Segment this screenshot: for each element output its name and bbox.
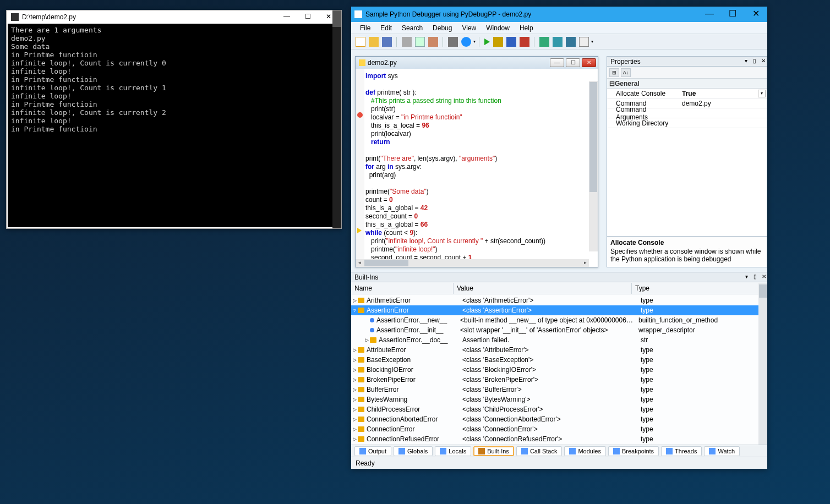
builtins-row[interactable]: ▷BrokenPipeError<class 'BrokenPipeError'… [351, 375, 758, 385]
breakpoint-icon[interactable] [357, 112, 363, 118]
expand-icon[interactable]: ▷ [351, 347, 358, 353]
property-row[interactable]: Allocate ConsoleTrue▾ [607, 89, 767, 98]
expand-icon[interactable]: ▷ [351, 407, 358, 412]
copy-icon[interactable] [415, 37, 425, 47]
debugger-maximize-button[interactable]: ☐ [721, 7, 744, 22]
builtins-row[interactable]: ▿AssertionError<class 'AssertionError'>t… [351, 305, 758, 315]
editor-close-button[interactable]: ✕ [582, 58, 596, 67]
expand-icon[interactable]: ▷ [351, 426, 358, 432]
collapse-icon[interactable]: ⊟ [609, 80, 615, 87]
tab-breakpoints[interactable]: Breakpoints [608, 446, 659, 456]
categorize-icon[interactable]: ⊞ [609, 68, 619, 77]
property-value[interactable]: demo2.py [679, 100, 767, 107]
menu-debug[interactable]: Debug [428, 23, 456, 33]
code-editor[interactable]: import sys def printme( str ): #This pri… [356, 69, 598, 259]
menu-help[interactable]: Help [515, 23, 538, 33]
console-output[interactable]: There are 1 arguments demo2.py Some data… [8, 24, 340, 227]
open-file-icon[interactable] [369, 37, 379, 47]
step-out-icon[interactable] [566, 37, 576, 47]
panel-dropdown-icon[interactable]: ▾ [742, 58, 749, 65]
menu-search[interactable]: Search [397, 23, 427, 33]
code-vscroll-thumb[interactable] [589, 82, 597, 192]
dropdown-icon[interactable]: ▾ [591, 39, 593, 44]
step-into-icon[interactable] [539, 37, 549, 47]
menu-file[interactable]: File [356, 23, 375, 33]
builtins-row[interactable]: ▷ConnectionError<class 'ConnectionError'… [351, 424, 758, 434]
debugger-close-button[interactable]: ✕ [744, 7, 767, 22]
property-row[interactable]: Command Arguments [607, 108, 767, 118]
builtins-column-value[interactable]: Value [454, 283, 632, 294]
builtins-column-name[interactable]: Name [351, 283, 454, 294]
panel-pin-icon[interactable]: ▯ [752, 274, 758, 281]
code-editor-titlebar[interactable]: demo2.py — ☐ ✕ [356, 57, 598, 69]
stop-icon[interactable] [506, 37, 516, 47]
builtins-row[interactable]: AssertionError.__init__<slot wrapper '__… [351, 325, 758, 335]
expand-icon[interactable]: ▷ [351, 387, 358, 392]
tab-call-stack[interactable]: Call Stack [516, 446, 563, 456]
debugger-titlebar[interactable]: Sample Python Debugger using PyDebugPP -… [351, 7, 767, 22]
property-value[interactable]: True [679, 90, 758, 97]
expand-icon[interactable]: ▷ [351, 436, 358, 442]
code-gutter[interactable] [356, 69, 364, 259]
expand-icon[interactable]: ▷ [363, 337, 370, 343]
scroll-left-icon[interactable]: ◂ [356, 259, 363, 266]
console-minimize-button[interactable]: — [276, 12, 297, 23]
builtins-row[interactable]: ▷ArithmeticError<class 'ArithmeticError'… [351, 295, 758, 305]
menu-view[interactable]: View [457, 23, 480, 33]
expand-icon[interactable]: ▿ [351, 308, 358, 313]
builtins-scroll-thumb[interactable] [759, 284, 767, 298]
cut-icon[interactable] [402, 37, 412, 47]
builtins-row[interactable]: ▷ChildProcessError<class 'ChildProcessEr… [351, 404, 758, 414]
new-file-icon[interactable] [356, 37, 365, 47]
builtins-panel-title[interactable]: Built-Ins ▾ ▯ ✕ [351, 272, 767, 282]
expand-icon[interactable]: ▷ [351, 357, 358, 363]
properties-panel-title[interactable]: Properties ▾ ▯ ✕ [607, 57, 767, 67]
sort-az-icon[interactable]: A↓ [621, 68, 631, 77]
tab-output[interactable]: Output [354, 446, 391, 456]
print-icon[interactable] [448, 37, 458, 47]
console-scroll-thumb[interactable] [332, 10, 341, 27]
help-icon[interactable] [461, 37, 471, 47]
debugger-minimize-button[interactable]: — [698, 7, 721, 22]
code-text[interactable]: import sys def printme( str ): #This pri… [365, 72, 589, 259]
expand-icon[interactable]: ▷ [351, 367, 358, 372]
console-maximize-button[interactable]: ☐ [297, 12, 318, 23]
code-vertical-scrollbar[interactable] [589, 81, 598, 251]
editor-minimize-button[interactable]: — [550, 58, 564, 67]
panel-close-icon[interactable]: ✕ [761, 274, 767, 281]
builtins-row[interactable]: AssertionError.__new__<built-in method _… [351, 315, 758, 325]
editor-maximize-button[interactable]: ☐ [566, 58, 580, 67]
expand-icon[interactable]: ▷ [351, 377, 358, 382]
builtins-row[interactable]: ▷AttributeError<class 'AttributeError'>t… [351, 345, 758, 355]
code-horizontal-scrollbar[interactable]: ◂ ▸ [356, 259, 589, 267]
tab-built-ins[interactable]: Built-Ins [473, 446, 514, 456]
step-over-icon[interactable] [553, 37, 563, 47]
expand-icon[interactable]: ▷ [351, 298, 358, 303]
panel-pin-icon[interactable]: ▯ [751, 58, 758, 65]
builtins-row[interactable]: ▷BaseException<class 'BaseException'>typ… [351, 355, 758, 365]
paste-icon[interactable] [428, 37, 438, 47]
pause-icon[interactable] [493, 37, 503, 47]
tab-modules[interactable]: Modules [564, 446, 606, 456]
console-titlebar[interactable]: D:\temp\demo2.py — ☐ ✕ [7, 10, 341, 24]
expand-icon[interactable]: ▷ [351, 417, 358, 422]
tab-watch[interactable]: Watch [704, 446, 740, 456]
code-hscroll-thumb[interactable] [364, 260, 408, 266]
run-icon[interactable] [484, 39, 490, 45]
save-file-icon[interactable] [382, 37, 392, 47]
builtins-row[interactable]: ▷ConnectionRefusedError<class 'Connectio… [351, 434, 758, 444]
properties-category[interactable]: ⊟ General [607, 79, 767, 89]
console-scrollbar[interactable] [332, 10, 341, 228]
builtins-row[interactable]: ▷ConnectionAbortedError<class 'Connectio… [351, 414, 758, 424]
tab-locals[interactable]: Locals [435, 446, 471, 456]
panel-dropdown-icon[interactable]: ▾ [743, 274, 750, 281]
builtins-scrollbar[interactable] [758, 283, 767, 445]
builtins-row[interactable]: ▷BytesWarning<class 'BytesWarning'>type [351, 395, 758, 404]
restart-icon[interactable] [520, 37, 529, 47]
run-to-cursor-icon[interactable] [579, 37, 589, 47]
builtins-column-type[interactable]: Type [632, 283, 767, 294]
panel-close-icon[interactable]: ✕ [760, 58, 767, 65]
property-dropdown-icon[interactable]: ▾ [758, 90, 766, 97]
menu-edit[interactable]: Edit [376, 23, 396, 33]
menu-window[interactable]: Window [482, 23, 514, 33]
